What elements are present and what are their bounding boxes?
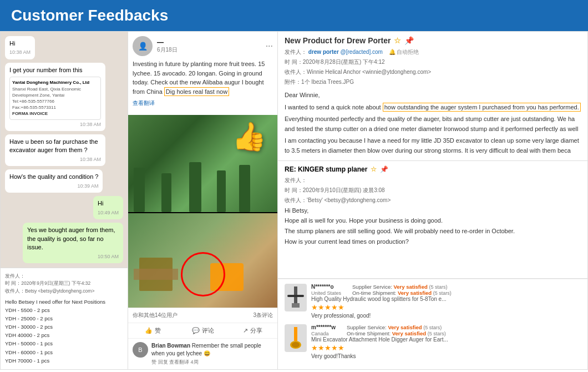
fb-reaction-users: 你和其他14位用户 xyxy=(133,311,178,319)
pin-icon[interactable]: 📌 xyxy=(404,36,414,45)
image-collage: 👍 xyxy=(128,115,277,308)
email-meta-top: 发件人： drew porter @[redacted].com 🔔 自动拒绝 … xyxy=(285,47,581,87)
review-content-2: m*******w Canada Supplier Service: Very … xyxy=(311,324,581,359)
fb-comment-item: B Brian Bowman Remember the small people… xyxy=(133,342,273,366)
like-icon: 👍 xyxy=(145,327,153,334)
fb-action-bar: 👍 赞 💬 评论 ↗ 分享 xyxy=(128,323,277,338)
review-meta-2: m*******w Canada Supplier Service: Very … xyxy=(311,324,581,336)
chat-bubble-yes: Yes we bought auger from them, the quali… xyxy=(23,223,123,263)
fb-avatar: 👤 xyxy=(133,36,153,56)
collage-bottom-image xyxy=(128,213,277,308)
main-content: Hi 10:38 AM I get your number from this … xyxy=(0,31,588,370)
review-meta-1: N*******o United States Supplier Service… xyxy=(311,284,581,296)
star-icon[interactable]: ☆ xyxy=(394,36,401,45)
email-subject-top: New Product for Drew Porter ☆ 📌 xyxy=(285,36,581,45)
review-product-thumb-1 xyxy=(285,284,307,311)
left-panel: Hi 10:38 AM I get your number from this … xyxy=(1,32,128,369)
chat-bubble-getnum: I get your number from this Yantai Dongh… xyxy=(5,63,105,131)
right-panel: New Product for Drew Porter ☆ 📌 发件人： dre… xyxy=(278,32,587,369)
middle-panel: 👤 — 6月18日 ··· Investing in future by pla… xyxy=(128,32,278,369)
page-title: Customer Feedbacks xyxy=(11,7,168,24)
fb-comment-button[interactable]: 💬 评论 xyxy=(178,323,228,338)
email-highlight: how outstanding the auger system I purch… xyxy=(383,103,581,112)
chat-bubble-hi-sent: Hi 10:49 AM xyxy=(93,196,123,219)
comment-icon: 💬 xyxy=(192,327,200,334)
chat-bubble-hi: Hi 10:38 AM xyxy=(5,36,35,59)
scene-image xyxy=(128,213,277,308)
chat-bubble-quality: How's the quality and condition ? 10:39 … xyxy=(5,169,103,193)
fb-share-button[interactable]: ↗ 分享 xyxy=(227,323,277,338)
fb-post: 👤 — 6月18日 ··· Investing in future by pla… xyxy=(128,32,277,115)
email-body-bottom: Hi Betsy, Hope all is well for you. Hope… xyxy=(285,205,581,247)
fb-post-name: — xyxy=(157,38,178,46)
email-bottom: RE: KINGER stump planer ☆ 📌 发件人： 时 间：202… xyxy=(278,161,587,279)
pin-icon-bottom[interactable]: 📌 xyxy=(380,165,388,173)
fb-like-button[interactable]: 👍 赞 xyxy=(128,323,178,338)
email-request-section: 发件人： 时 间：2020年9月9日(星期三) 下午4:32 收件人：Betsy… xyxy=(1,268,128,369)
commenter-text: Brian Bowman Remember the small people w… xyxy=(151,342,273,366)
fb-post-date: 6月18日 xyxy=(157,46,178,54)
page-header: Customer Feedbacks xyxy=(0,0,588,31)
fb-reactions-bar: 你和其他14位用户 3条评论 xyxy=(128,308,277,323)
email-top: New Product for Drew Porter ☆ 📌 发件人： dre… xyxy=(278,32,587,161)
svg-rect-3 xyxy=(294,327,297,341)
svg-rect-1 xyxy=(292,303,300,308)
svg-rect-2 xyxy=(287,295,304,297)
review-item-2: m*******w Canada Supplier Service: Very … xyxy=(285,324,581,359)
chat-area: Hi 10:38 AM I get your number from this … xyxy=(1,32,128,268)
star-icon-bottom[interactable]: ☆ xyxy=(371,165,377,173)
fb-post-header: 👤 — 6月18日 ··· xyxy=(133,36,273,56)
plant-image: 👍 xyxy=(128,115,277,212)
review-product-thumb-2 xyxy=(285,324,307,352)
fb-post-menu-icon[interactable]: ··· xyxy=(266,41,273,51)
fb-post-text: Investing in future by planting more fru… xyxy=(133,59,273,96)
circle-highlight xyxy=(181,252,225,296)
thumbs-up-emoji: 👍 xyxy=(232,120,266,153)
review-item-1: N*******o United States Supplier Service… xyxy=(285,284,581,319)
commenter-avatar: B xyxy=(133,342,148,358)
fb-highlighted-text: Dig holes real fast now xyxy=(164,87,229,96)
email-meta-bottom: 发件人： 时 间：2020年9月10日(星期四) 凌晨3:08 收件人：'Bet… xyxy=(285,175,581,205)
fb-translate-link[interactable]: 查看翻译 xyxy=(133,99,273,107)
svg-point-5 xyxy=(292,342,300,348)
reviews-section: N*******o United States Supplier Service… xyxy=(278,279,587,369)
fb-comment-count: 3条评论 xyxy=(253,311,273,319)
invoice-snippet: Yantai Dongheng Machinery Co., Ltd Shanx… xyxy=(9,77,101,119)
email-body-top: Dear Winnie, I wanted to send a quick no… xyxy=(285,91,581,156)
collage-top-image: 👍 xyxy=(128,115,277,212)
share-icon: ↗ xyxy=(243,327,248,334)
fb-comment-section: B Brian Bowman Remember the small people… xyxy=(128,338,277,369)
review-content-1: N*******o United States Supplier Service… xyxy=(311,284,581,319)
chat-bubble-purchase: Have u been so far purchase the excavato… xyxy=(5,134,105,166)
order-items: Hello Betsey I need offer for Next Posit… xyxy=(5,298,123,365)
email-subject-bottom: RE: KINGER stump planer ☆ 📌 xyxy=(285,165,581,173)
